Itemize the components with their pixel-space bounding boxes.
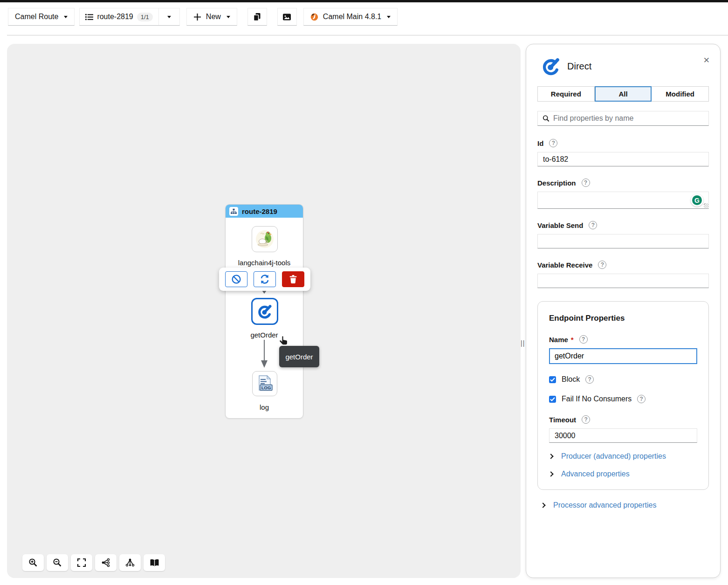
langchain4j-tools-icon [255, 229, 275, 249]
export-image-button[interactable] [277, 8, 297, 26]
filter-tabs: Required All Modified [537, 86, 709, 102]
vertical-layout-icon [125, 558, 135, 567]
help-icon[interactable] [598, 261, 606, 269]
block-checkbox-row: Block [549, 375, 697, 384]
workspace: route-2819 langchain4j-too [0, 35, 728, 583]
direct-icon [541, 56, 561, 76]
edge-arrowhead [262, 290, 267, 294]
chevron-right-icon [548, 471, 553, 476]
help-icon[interactable] [589, 221, 597, 229]
route-icon [229, 207, 238, 216]
panel-resize-handle[interactable]: || [521, 339, 525, 347]
properties-search[interactable] [537, 111, 709, 126]
chevron-down-icon [227, 16, 230, 18]
variable-receive-input[interactable] [537, 274, 709, 288]
node-label-langchain4j-tools: langchain4j-tools [238, 259, 291, 267]
camel-logo-icon [310, 13, 318, 21]
zoom-in-button[interactable] [22, 554, 44, 571]
node-langchain4j-tools[interactable] [252, 226, 278, 252]
help-icon[interactable] [637, 395, 646, 403]
hand-cursor-icon [279, 335, 289, 346]
copy-route-button[interactable] [247, 8, 267, 26]
name-input[interactable] [549, 348, 697, 364]
check-icon [550, 378, 555, 382]
node-tooltip-text: getOrder [285, 353, 313, 361]
help-icon[interactable] [585, 375, 594, 384]
ban-icon [231, 274, 241, 284]
tab-required[interactable]: Required [537, 86, 595, 102]
node-getorder[interactable] [251, 298, 278, 325]
new-route-dropdown[interactable]: New [186, 8, 237, 26]
timeout-input[interactable] [549, 428, 697, 443]
id-input[interactable] [537, 152, 709, 166]
book-icon [150, 558, 159, 567]
dsl-selector-label: Camel Route [15, 13, 58, 21]
close-panel-button[interactable]: ✕ [703, 55, 710, 65]
chevron-right-icon [540, 502, 545, 508]
node-tooltip: getOrder [279, 346, 319, 367]
fit-to-screen-button[interactable] [71, 554, 92, 571]
zoom-out-button[interactable] [47, 554, 68, 571]
advanced-properties-link[interactable]: Advanced properties [549, 470, 697, 478]
refresh-icon [260, 274, 270, 284]
route-container-header[interactable]: route-2819 [226, 205, 303, 218]
image-icon [282, 13, 291, 21]
variable-receive-label-row: Variable Receive [537, 261, 709, 269]
route-title: route-2819 [242, 207, 277, 215]
block-checkbox[interactable] [549, 376, 556, 383]
help-icon[interactable] [582, 179, 590, 187]
chevron-right-icon [548, 454, 553, 459]
name-label-row: Name * [549, 335, 697, 344]
producer-advanced-properties-link[interactable]: Producer (advanced) properties [549, 452, 697, 461]
trash-icon [288, 275, 298, 284]
description-textarea[interactable] [537, 192, 709, 209]
description-label-row: Description [537, 179, 709, 187]
chevron-down-icon [387, 16, 391, 18]
help-icon[interactable] [582, 415, 590, 424]
textarea-resize-handle[interactable] [704, 203, 708, 208]
route-count-badge: 1/1 [137, 13, 153, 21]
new-route-label: New [206, 13, 221, 21]
check-icon [550, 397, 555, 401]
timeout-label-row: Timeout [549, 415, 697, 424]
grammarly-icon[interactable]: G [691, 194, 703, 206]
chevron-down-icon [167, 16, 171, 18]
variable-send-input[interactable] [537, 234, 709, 248]
main-toolbar: Camel Route route-2819 1/1 New [0, 2, 728, 35]
chevron-down-icon [64, 16, 68, 18]
search-input[interactable] [553, 114, 704, 123]
endpoint-properties-card: Endpoint Properties Name * Block [537, 301, 709, 490]
description-field-wrap: G [537, 192, 709, 209]
log-icon: LOG [256, 375, 273, 392]
horizontal-layout-button[interactable] [95, 554, 117, 571]
processor-advanced-properties-link[interactable]: Processor advanced properties [537, 501, 709, 509]
node-log[interactable]: LOG [252, 371, 277, 396]
canvas-controls [22, 554, 165, 571]
tab-all[interactable]: All [595, 86, 652, 102]
catalog-button[interactable] [144, 554, 165, 571]
vertical-layout-button[interactable] [119, 554, 141, 571]
zoom-out-icon [53, 558, 62, 567]
route-selector-caret[interactable] [158, 8, 179, 25]
plus-icon [193, 13, 201, 21]
help-icon[interactable] [579, 335, 588, 344]
search-icon [543, 115, 549, 122]
route-selector-dropdown[interactable]: route-2819 1/1 [79, 8, 179, 26]
tab-modified[interactable]: Modified [652, 86, 709, 102]
route-canvas[interactable]: route-2819 langchain4j-too [7, 44, 521, 578]
properties-panel: Direct ✕ Required All Modified Id [526, 44, 721, 578]
node-label-log: log [260, 403, 269, 411]
direct-icon [257, 303, 273, 319]
delete-step-button[interactable] [282, 271, 304, 287]
fit-to-screen-icon [77, 558, 86, 567]
route-container-node[interactable]: route-2819 langchain4j-too [225, 204, 303, 419]
help-icon[interactable] [549, 139, 557, 147]
runtime-selector-dropdown[interactable]: Camel Main 4.8.1 [303, 8, 398, 26]
svg-text:LOG: LOG [261, 385, 271, 390]
replace-step-button[interactable] [254, 271, 276, 287]
disable-step-button[interactable] [225, 271, 247, 287]
node-action-toolbar [219, 268, 310, 291]
horizontal-layout-icon [101, 558, 110, 567]
fail-if-no-consumers-checkbox[interactable] [549, 396, 556, 403]
dsl-selector-dropdown[interactable]: Camel Route [8, 8, 75, 26]
